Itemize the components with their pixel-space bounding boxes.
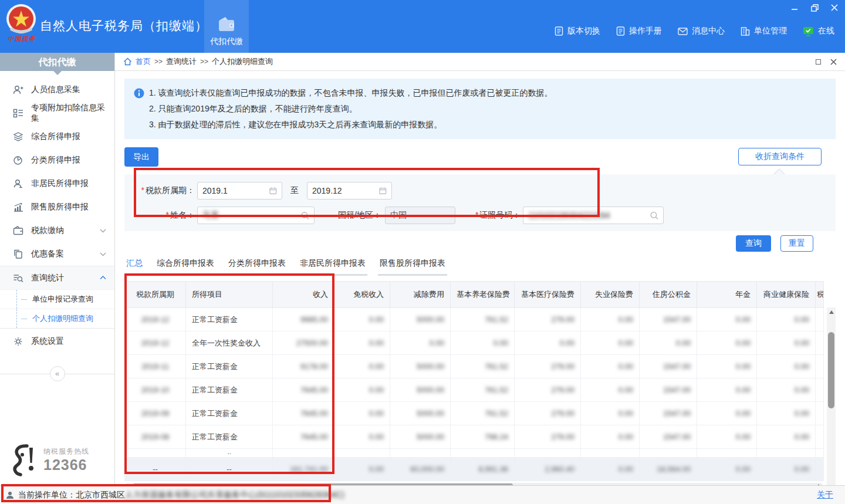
chevron-down-icon	[100, 229, 106, 233]
pane-close-icon[interactable]	[830, 59, 837, 65]
sidebar-item-query-statistics[interactable]: 查询统计	[0, 266, 114, 289]
search-icon[interactable]	[650, 211, 658, 220]
panel-notch	[775, 170, 784, 174]
sidebar-collapse-row: «	[0, 366, 114, 381]
sidebar-header: 代扣代缴	[0, 53, 114, 71]
notice-lines: 1. 该查询统计表仅能查询已申报成功的数据，不包含未申报、申报失败，已申报但已作…	[149, 85, 553, 133]
sidebar-subitem-unit-declaration-query[interactable]: 单位申报记录查询	[0, 289, 114, 309]
minimize-icon[interactable]	[790, 4, 799, 12]
table-header-row: 税款所属期 所得项目 收入 免税收入 减除费用 基本养老保险费 基本医疗保险费 …	[125, 282, 824, 308]
query-form-row-person: *姓名： 国籍/地区： *证照号码：	[134, 207, 836, 224]
sidebar-item-label: 税款缴纳	[31, 225, 100, 236]
id-number-label: *证照号码：	[475, 210, 520, 221]
table-row-clipped: ..	[125, 449, 824, 458]
calendar-icon[interactable]	[379, 187, 387, 195]
sidebar-item-special-deduction[interactable]: 专项附加扣除信息采集	[0, 102, 114, 125]
module-tab-daikou-daijiao[interactable]: 代扣代缴	[204, 0, 249, 53]
pie-chart-icon	[13, 155, 23, 165]
table-row: 2019-11 正常工资薪金 9178.00 0.00 5000.00 761.…	[125, 355, 824, 378]
sidebar-item-label: 人员信息采集	[31, 84, 106, 95]
scroll-right-icon[interactable]	[816, 483, 823, 485]
nav-manual[interactable]: 操作手册	[616, 26, 662, 36]
period-from-input[interactable]	[202, 186, 269, 195]
export-button[interactable]: 导出	[124, 147, 158, 167]
table-row: 2019-12 全年一次性奖金收入 27500.00 0.00 0.00 0.0…	[125, 332, 824, 355]
home-icon	[123, 57, 132, 66]
name-label: *姓名：	[134, 210, 195, 221]
close-icon[interactable]	[830, 4, 839, 12]
id-number-field[interactable]	[523, 207, 664, 224]
collapse-filter-button[interactable]: 收折查询条件	[738, 148, 822, 165]
period-to-field[interactable]	[307, 182, 392, 199]
tab-nonresident-income[interactable]: 非居民所得申报表	[298, 258, 367, 276]
app-window: 中国税务 自然人电子税务局（扣缴端） 代扣代缴	[0, 0, 845, 504]
sidebar-item-preferential-filing[interactable]: 优惠备案	[0, 242, 114, 266]
wallet-icon	[217, 16, 236, 33]
col-header: 免税收入	[334, 282, 390, 308]
sidebar-subitem-label: 单位申报记录查询	[32, 294, 93, 305]
reset-button[interactable]: 重置	[780, 235, 813, 252]
col-header: 商业健康保险	[757, 282, 816, 308]
tab-summary[interactable]: 汇总	[124, 258, 144, 276]
horizontal-scrollbar[interactable]	[124, 483, 823, 485]
nav-unit-management[interactable]: 单位管理	[741, 26, 787, 36]
calendar-icon[interactable]	[269, 187, 277, 195]
sidebar-item-personnel-info[interactable]: 人员信息采集	[0, 78, 114, 102]
nav-label: 消息中心	[692, 26, 725, 36]
pane-controls	[816, 58, 837, 66]
col-header: 年金	[697, 282, 757, 308]
window-controls	[790, 4, 839, 12]
sidebar-subitem-label: 个人扣缴明细查询	[32, 313, 93, 324]
breadcrumb-bar: 首页 >> 查询统计 >> 个人扣缴明细查询	[115, 53, 845, 71]
notice-line-3: 3. 由于数据处理的滞后性，建议您在申报成功3天之后再来查询最新的申报数据。	[149, 117, 553, 133]
app-header: 中国税务 自然人电子税务局（扣缴端） 代扣代缴	[0, 0, 845, 53]
col-header: 税款所属期	[125, 282, 186, 308]
vertical-scrollbar[interactable]	[827, 307, 836, 485]
scroll-up-icon[interactable]	[827, 307, 836, 316]
hotline-number: 12366	[43, 456, 89, 473]
pane-maximize-icon[interactable]	[816, 58, 821, 66]
person-plus-icon	[13, 85, 23, 94]
tab-comprehensive-income[interactable]: 综合所得申报表	[155, 258, 216, 276]
tab-classified-income[interactable]: 分类所得申报表	[227, 258, 288, 276]
vertical-scroll-thumb[interactable]	[828, 332, 834, 408]
nav-message-center[interactable]: 消息中心	[678, 26, 725, 36]
breadcrumb-level1: 查询统计	[166, 56, 197, 67]
bar-chart-icon	[13, 202, 23, 212]
tab-restricted-shares[interactable]: 限售股所得申报表	[378, 258, 447, 276]
scroll-left-icon[interactable]	[124, 483, 131, 485]
header-nav: 版本切换 操作手册 消息中心 单位管理 在线	[555, 26, 834, 36]
period-to-label: 至	[290, 185, 299, 196]
toolbar: 导出 收折查询条件	[124, 147, 836, 167]
period-to-input[interactable]	[312, 186, 379, 195]
sidebar-subitem-personal-withholding-query[interactable]: 个人扣缴明细查询	[0, 309, 114, 328]
required-mark: *	[166, 210, 169, 219]
search-button[interactable]: 查询	[736, 235, 771, 252]
name-input[interactable]	[202, 211, 301, 220]
tree-stub	[21, 299, 27, 300]
document-icon	[555, 26, 563, 36]
table-row: 2019-09 正常工资薪金 7645.00 0.00 5000.00 761.…	[125, 402, 824, 425]
name-field[interactable]	[197, 207, 315, 224]
mail-icon	[678, 28, 688, 35]
copy-icon	[13, 249, 23, 259]
breadcrumb-separator: >>	[200, 57, 208, 66]
id-number-input[interactable]	[528, 211, 650, 220]
horizontal-scroll-thumb[interactable]	[132, 483, 513, 485]
sidebar-item-restricted-shares[interactable]: 限售股所得申报	[0, 195, 114, 219]
sidebar-item-classified-income[interactable]: 分类所得申报	[0, 148, 114, 172]
nav-online-status[interactable]: 在线	[803, 26, 834, 36]
sidebar-item-tax-payment[interactable]: 税款缴纳	[0, 219, 114, 242]
sidebar-item-nonresident-income[interactable]: 非居民所得申报	[0, 172, 114, 195]
sidebar-item-system-settings[interactable]: 系统设置	[0, 330, 114, 353]
hotline-label: 纳税服务热线	[43, 447, 89, 456]
sidebar-item-comprehensive-income[interactable]: 综合所得申报	[0, 125, 114, 148]
restore-icon[interactable]	[810, 4, 819, 12]
period-from-field[interactable]	[197, 182, 282, 199]
about-link[interactable]: 关于	[817, 490, 833, 500]
nav-version-switch[interactable]: 版本切换	[555, 26, 600, 36]
search-icon[interactable]	[301, 211, 309, 220]
sidebar-collapse-button[interactable]: «	[50, 366, 65, 381]
building-icon	[741, 27, 750, 36]
breadcrumb-home[interactable]: 首页	[136, 56, 151, 67]
